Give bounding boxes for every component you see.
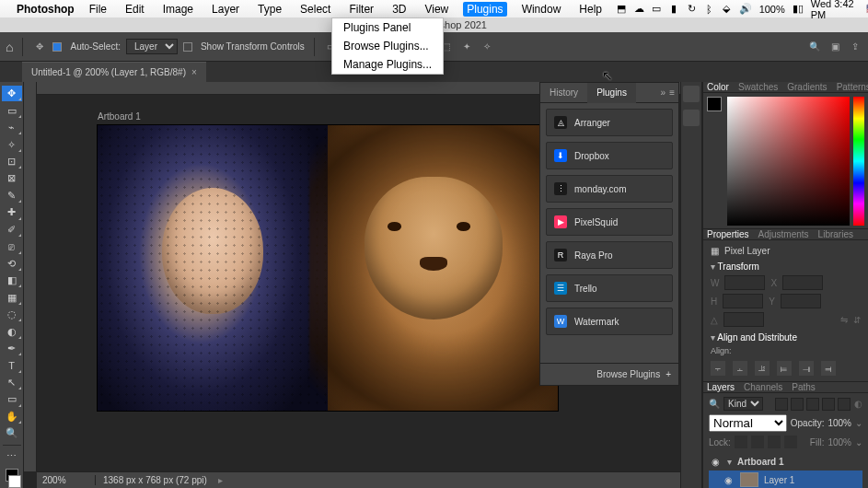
home-icon[interactable]: ⌂ xyxy=(6,40,13,54)
tab-layers[interactable]: Layers xyxy=(707,382,735,392)
filter-shape-icon[interactable] xyxy=(822,398,835,411)
tab-paths[interactable]: Paths xyxy=(792,382,816,392)
lock-position-icon[interactable] xyxy=(751,436,764,448)
plugin-item-trello[interactable]: ☰Trello xyxy=(546,274,673,302)
menu-window[interactable]: Window xyxy=(518,2,565,17)
flip-h-icon[interactable]: ⇋ xyxy=(840,315,848,325)
align-hcenter-btn[interactable]: ⫠ xyxy=(733,361,747,376)
volume-icon[interactable]: 🔊 xyxy=(739,3,752,15)
visibility-icon[interactable]: ◉ xyxy=(709,457,722,467)
color-field[interactable] xyxy=(727,97,850,226)
zoom-tool[interactable]: 🔍 xyxy=(2,425,22,441)
flip-v-icon[interactable]: ⇵ xyxy=(853,315,861,325)
opacity-value[interactable]: 100% xyxy=(827,418,851,428)
filter-smart-icon[interactable] xyxy=(838,398,851,411)
show-transform-checkbox[interactable] xyxy=(183,42,192,52)
brush-tool[interactable]: ✐ xyxy=(2,222,22,238)
document-tab[interactable]: Untitled-1 @ 200% (Layer 1, RGB/8#) × xyxy=(22,62,206,82)
gradient-tool[interactable]: ▦ xyxy=(2,289,22,305)
filter-toggle[interactable]: ◐ xyxy=(854,399,862,409)
plugins-menu-item[interactable]: Plugins Panel xyxy=(332,18,443,37)
tab-patterns[interactable]: Patterns xyxy=(837,82,868,92)
stamp-tool[interactable]: ⎚ xyxy=(2,238,22,254)
crop-tool[interactable]: ⊡ xyxy=(2,154,22,169)
hue-slider[interactable] xyxy=(853,97,864,226)
layer-row-layer1[interactable]: ◉ Layer 1 xyxy=(709,471,862,488)
chevron-down-icon[interactable]: ▾ xyxy=(727,457,732,467)
wand-tool[interactable]: ✧ xyxy=(2,136,22,152)
align-bottom-btn[interactable]: ⫤ xyxy=(821,361,836,376)
close-tab-icon[interactable]: × xyxy=(191,67,197,77)
history-brush-tool[interactable]: ⟲ xyxy=(2,256,22,272)
workspace-icon[interactable]: ▣ xyxy=(827,40,842,54)
pen-tool[interactable]: ✒ xyxy=(2,341,22,356)
menu-help[interactable]: Help xyxy=(575,2,606,17)
fill-value[interactable]: 100% xyxy=(827,437,851,447)
menu-filter[interactable]: Filter xyxy=(345,2,377,17)
blur-tool[interactable]: ◌ xyxy=(2,307,22,322)
hand-tool[interactable]: ✋ xyxy=(2,409,22,424)
filter-pixel-icon[interactable] xyxy=(775,398,788,411)
plugin-item-arranger[interactable]: ◬Arranger xyxy=(546,109,673,136)
layer-row-artboard[interactable]: ◉ ▾ Artboard 1 xyxy=(709,452,862,471)
tab-properties[interactable]: Properties xyxy=(707,229,749,239)
zoom-level[interactable]: 200% xyxy=(37,475,96,485)
move-tool-icon[interactable]: ✥ xyxy=(32,40,47,54)
doc-info[interactable]: 1368 px x 768 px (72 ppi) xyxy=(96,475,214,485)
share-icon[interactable]: ⇪ xyxy=(848,40,862,54)
align-top-btn[interactable]: ⫢ xyxy=(777,361,792,376)
healing-tool[interactable]: ✚ xyxy=(2,204,22,220)
lasso-tool[interactable]: ⌁ xyxy=(2,120,22,135)
align-right-btn[interactable]: ⫡ xyxy=(755,361,770,376)
tab-swatches[interactable]: Swatches xyxy=(738,82,778,92)
sync-icon[interactable]: ↻ xyxy=(687,3,697,15)
airplay-icon[interactable]: ▭ xyxy=(652,3,662,15)
transform-header[interactable]: Transform xyxy=(711,261,861,272)
menu-layer[interactable]: Layer xyxy=(208,2,243,17)
visibility-icon[interactable]: ◉ xyxy=(722,475,735,485)
panel-collapse-icon[interactable]: » xyxy=(661,87,666,98)
plugin-item-monday-com[interactable]: ⋮monday.com xyxy=(546,175,673,203)
artboard-label[interactable]: Artboard 1 xyxy=(98,111,141,122)
eraser-tool[interactable]: ◧ xyxy=(2,273,22,288)
cloud-icon[interactable]: ☁ xyxy=(634,3,644,15)
3d-light-icon[interactable]: ✧ xyxy=(480,40,494,54)
filter-adjust-icon[interactable] xyxy=(791,398,804,411)
layer-filter-kind[interactable]: Kind xyxy=(723,397,763,411)
tab-channels[interactable]: Channels xyxy=(744,382,782,392)
tab-color[interactable]: Color xyxy=(707,82,729,92)
panel-tab-history[interactable]: History xyxy=(540,83,587,103)
video-icon[interactable]: ▮ xyxy=(669,3,679,15)
plugin-item-watermark[interactable]: WWatermark xyxy=(546,308,673,335)
menu-file[interactable]: File xyxy=(86,2,110,17)
align-header[interactable]: Align and Distribute xyxy=(711,332,861,343)
shape-tool[interactable]: ▭ xyxy=(2,391,22,407)
menu-image[interactable]: Image xyxy=(159,2,197,17)
path-select-tool[interactable]: ↖ xyxy=(2,375,22,390)
dock-icon-1[interactable] xyxy=(683,86,700,102)
plugin-item-dropbox[interactable]: ⬇Dropbox xyxy=(546,142,673,169)
move-tool[interactable]: ✥ xyxy=(2,86,22,101)
auto-select-checkbox[interactable] xyxy=(52,42,62,52)
3d-camera-icon[interactable]: ✦ xyxy=(459,40,474,54)
frame-tool[interactable]: ⊠ xyxy=(2,170,22,186)
plugin-item-raya-pro[interactable]: RRaya Pro xyxy=(546,241,673,269)
dropbox-menubar-icon[interactable]: ⬒ xyxy=(617,3,627,15)
blend-mode-select[interactable]: Normal xyxy=(709,414,787,432)
menu-3d[interactable]: 3D xyxy=(388,2,410,17)
chevron-right-icon[interactable]: ▸ xyxy=(218,475,223,485)
dock-icon-2[interactable] xyxy=(683,110,700,126)
marquee-tool[interactable]: ▭ xyxy=(2,102,22,118)
browse-plugins-button[interactable]: Browse Plugins + xyxy=(540,363,678,385)
color-foreground-swatch[interactable] xyxy=(707,97,722,111)
tab-libraries[interactable]: Libraries xyxy=(818,229,853,239)
tab-adjustments[interactable]: Adjustments xyxy=(758,229,809,239)
background-swatch[interactable] xyxy=(8,475,21,488)
plugins-menu-item[interactable]: Manage Plugins... xyxy=(332,55,443,74)
align-left-btn[interactable]: ⫟ xyxy=(711,361,725,376)
menu-plugins[interactable]: Plugins xyxy=(463,2,506,17)
type-tool[interactable]: T xyxy=(2,357,22,373)
menu-view[interactable]: View xyxy=(421,2,452,17)
artboard[interactable] xyxy=(98,125,558,411)
wifi-icon[interactable]: ⬙ xyxy=(722,3,732,15)
